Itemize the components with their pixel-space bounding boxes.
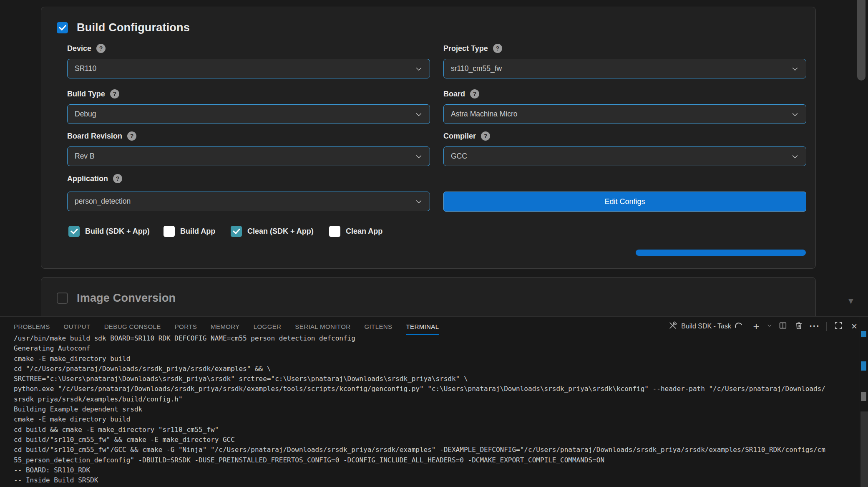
- option-clean-sdk-app[interactable]: Clean (SDK + App): [231, 226, 314, 237]
- option-build-sdk-app[interactable]: Build (SDK + App): [68, 226, 150, 237]
- help-icon[interactable]: ?: [113, 174, 122, 183]
- terminal-line: -- BOARD: SR110_RDK: [14, 465, 856, 475]
- board-revision-label: Board Revision: [67, 132, 122, 141]
- trash-icon: [794, 321, 803, 332]
- split-terminal-icon: [778, 321, 787, 332]
- terminal-line: Generating Autoconf: [14, 343, 856, 353]
- terminal-line: cd build && cmake -E make_directory "sr1…: [14, 425, 856, 435]
- device-field: Device ? SR110: [67, 43, 430, 78]
- image-conversion-checkbox[interactable]: [57, 293, 68, 304]
- terminal-picker-button[interactable]: [767, 321, 772, 332]
- actions-divider: [826, 322, 827, 331]
- compiler-select[interactable]: GCC: [443, 146, 806, 166]
- project-type-field: Project Type ? sr110_cm55_fw: [443, 43, 806, 78]
- chevron-down-icon: [791, 152, 799, 161]
- build-type-label: Build Type: [67, 90, 105, 98]
- option-clean-app[interactable]: Clean App: [329, 226, 382, 237]
- help-icon[interactable]: ?: [481, 131, 490, 141]
- help-icon[interactable]: ?: [110, 89, 119, 98]
- maximize-panel-button[interactable]: [833, 321, 844, 332]
- bottom-panel: PROBLEMS OUTPUT DEBUG CONSOLE PORTS MEMO…: [0, 316, 868, 487]
- terminal-line: /usr/bin/make build_sdk BOARD=SR110_RDK …: [14, 333, 856, 343]
- device-label: Device: [67, 44, 91, 53]
- terminal-line: srsdk_priya/srsdk/examples/build/config.…: [14, 394, 856, 404]
- terminal-overview-ruler: [860, 317, 868, 487]
- tab-memory[interactable]: MEMORY: [211, 318, 240, 335]
- tab-serial-monitor[interactable]: SERIAL MONITOR: [295, 318, 350, 335]
- chevron-down-icon: [767, 323, 772, 330]
- option-build-app[interactable]: Build App: [164, 226, 215, 237]
- terminal-line: cd build/"sr110_cm55_fw" && cmake -E mak…: [14, 435, 856, 445]
- more-actions-button[interactable]: ···: [809, 321, 820, 332]
- extension-webview: Build Configurations Device ? SR110 Proj…: [0, 0, 868, 316]
- ellipsis-icon: ···: [810, 321, 820, 332]
- chevron-down-icon: [415, 197, 423, 206]
- chevron-down-icon: [415, 65, 423, 73]
- terminal-line: cmake -E make_directory build: [14, 354, 856, 364]
- tab-terminal[interactable]: TERMINAL: [406, 318, 439, 335]
- app-window: Build Configurations Device ? SR110 Proj…: [0, 0, 868, 487]
- tools-icon: [668, 321, 677, 332]
- board-field: Board ? Astra Machina Micro: [443, 89, 806, 124]
- build-app-checkbox[interactable]: [164, 226, 175, 237]
- terminal-line: SRCTREE="c:\Users\pnataraj\Downloads\srs…: [14, 374, 856, 384]
- build-type-field: Build Type ? Debug: [67, 89, 430, 124]
- command-marker: [861, 331, 866, 337]
- build-configurations-title: Build Configurations: [77, 21, 190, 34]
- application-field: Application ? person_detection: [67, 174, 430, 211]
- clean-app-checkbox[interactable]: [329, 226, 340, 237]
- task-spinner-icon: [734, 321, 743, 331]
- board-select[interactable]: Astra Machina Micro: [443, 104, 806, 124]
- terminal-line: cd "/c/Users/pnataraj/Downloads/srsdk_pr…: [14, 364, 856, 374]
- command-marker: [861, 361, 866, 371]
- application-select[interactable]: person_detection: [67, 192, 430, 211]
- tab-output[interactable]: OUTPUT: [64, 318, 91, 335]
- chevron-down-icon: [791, 110, 799, 119]
- task-label: Build SDK - Task: [681, 323, 731, 330]
- terminal-output: /usr/bin/make build_sdk BOARD=SR110_RDK …: [14, 333, 856, 487]
- build-sdk-app-checkbox[interactable]: [68, 226, 80, 237]
- board-label: Board: [443, 90, 465, 98]
- tab-logger[interactable]: LOGGER: [254, 318, 282, 335]
- build-type-select[interactable]: Debug: [67, 104, 430, 124]
- board-revision-field: Board Revision ? Rev B: [67, 131, 430, 166]
- edit-configs-button[interactable]: Edit Configs: [443, 192, 806, 212]
- clean-sdk-app-checkbox[interactable]: [231, 226, 242, 237]
- build-configurations-header: Build Configurations: [57, 21, 190, 34]
- help-icon[interactable]: ?: [493, 44, 502, 53]
- build-progress-bar: [636, 250, 806, 256]
- image-conversion-header: Image Conversion: [57, 292, 176, 305]
- terminal-line: cd build/"sr110_cm55_fw"/GCC && cmake -G…: [14, 445, 856, 455]
- terminal-scrollbar-thumb[interactable]: [860, 411, 868, 487]
- help-icon[interactable]: ?: [127, 131, 136, 141]
- tab-ports[interactable]: PORTS: [175, 318, 197, 335]
- terminal-line: cmake -E make_directory build: [14, 414, 856, 424]
- kill-terminal-button[interactable]: [793, 321, 804, 332]
- tab-gitlens[interactable]: GITLENS: [364, 318, 392, 335]
- new-terminal-button[interactable]: +: [751, 321, 762, 332]
- build-configurations-card: Build Configurations Device ? SR110 Proj…: [41, 7, 816, 269]
- webview-scrollbar-thumb[interactable]: [857, 0, 865, 81]
- plus-icon: +: [753, 321, 759, 332]
- close-panel-button[interactable]: ×: [849, 321, 860, 332]
- board-revision-select[interactable]: Rev B: [67, 146, 430, 166]
- help-icon[interactable]: ?: [470, 89, 479, 98]
- help-icon[interactable]: ?: [96, 44, 106, 53]
- build-configurations-checkbox[interactable]: [57, 22, 68, 33]
- image-conversion-title: Image Conversion: [77, 292, 176, 305]
- tab-problems[interactable]: PROBLEMS: [14, 318, 50, 335]
- terminal-task-item[interactable]: Build SDK - Task: [668, 321, 742, 332]
- split-terminal-button[interactable]: [777, 321, 788, 332]
- terminal-line: python.exe "/c/Users/pnataraj/Downloads/…: [14, 384, 856, 394]
- close-icon: ×: [851, 321, 857, 332]
- chevron-down-icon: [415, 110, 423, 119]
- scroll-down-icon[interactable]: ▼: [847, 296, 855, 306]
- project-type-select[interactable]: sr110_cm55_fw: [443, 59, 806, 78]
- chevron-down-icon: [791, 65, 799, 73]
- command-marker: [861, 392, 866, 401]
- project-type-label: Project Type: [443, 44, 488, 53]
- device-select[interactable]: SR110: [67, 59, 430, 78]
- tab-debug-console[interactable]: DEBUG CONSOLE: [104, 318, 161, 335]
- terminal-line: -- Inside Build SRSDK: [14, 475, 856, 485]
- maximize-icon: [834, 321, 843, 332]
